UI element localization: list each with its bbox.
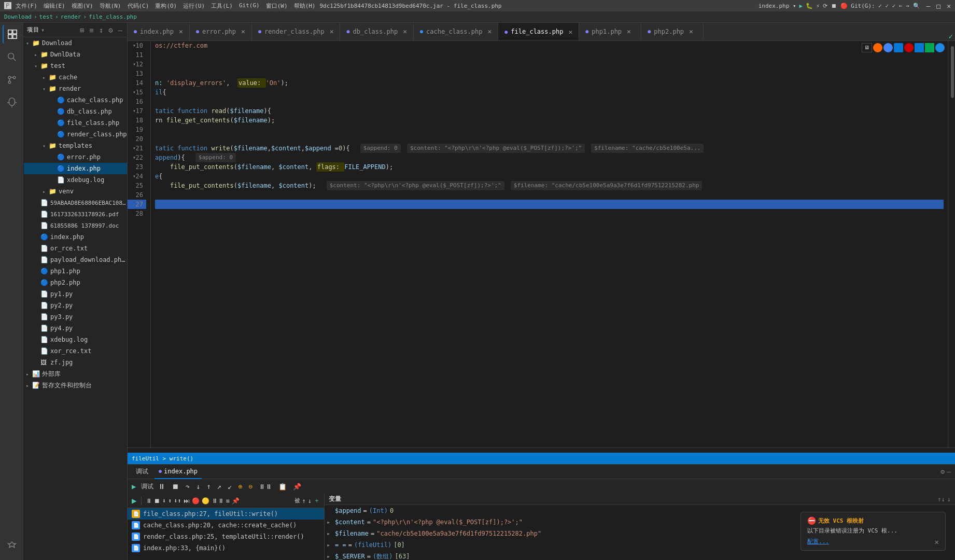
tab-close-index[interactable]: ✕ — [179, 27, 183, 35]
close-btn[interactable]: ✕ — [947, 2, 951, 10]
scrollbar-thumb[interactable] — [951, 46, 954, 98]
bc-download[interactable]: Download — [4, 13, 32, 20]
pin-btn[interactable]: 📌 — [293, 483, 301, 491]
toolbar-icon8[interactable]: ≡ — [226, 497, 230, 505]
maximize-btn[interactable]: □ — [936, 2, 940, 10]
tree-file-class[interactable]: 🔵 file_class.php — [24, 117, 127, 129]
tree-external[interactable]: ▸ 📊 外部库 — [24, 368, 127, 380]
tab-db-class[interactable]: ● db_class.php ✕ — [340, 23, 414, 40]
breakpoints-btn[interactable]: ⏸⏸ — [259, 483, 272, 491]
tab-close-render[interactable]: ✕ — [330, 27, 334, 35]
collapse-all-btn[interactable]: ≡ — [89, 26, 93, 34]
tree-or-rce[interactable]: 📄 or_rce.txt — [24, 243, 127, 254]
menu-file[interactable]: 文件(F) — [16, 2, 37, 10]
run-to-cursor-btn[interactable]: ↗ — [217, 482, 221, 491]
toolbar-icon4[interactable]: ⏭ — [184, 497, 190, 505]
extensions-icon[interactable] — [3, 537, 21, 556]
play-btn2[interactable]: ▶ — [132, 496, 137, 506]
tab-close-cache[interactable]: ✕ — [487, 27, 491, 35]
tab-close-error[interactable]: ✕ — [241, 27, 245, 35]
menu-edit[interactable]: 编辑(E) — [44, 2, 65, 10]
fold-icon[interactable]: ▾ — [128, 88, 136, 97]
up-arrow[interactable]: ↑ — [302, 497, 306, 505]
add-watch-btn[interactable]: ⊕ — [238, 483, 243, 491]
toolbar-icon9[interactable]: 📌 — [232, 497, 240, 505]
tree-py1[interactable]: 📄 py1.py — [24, 288, 127, 300]
tree-cache[interactable]: ▸ 📁 cache — [24, 72, 127, 83]
pause-btn[interactable]: ⏸ — [158, 482, 165, 491]
tab-error-php[interactable]: ● error.php ✕ — [190, 23, 252, 40]
tree-payload-dl[interactable]: 📄 payload_download.php.jpg — [24, 254, 127, 265]
tab-php1[interactable]: ● php1.php ✕ — [579, 23, 641, 40]
run-debug-btn[interactable]: ▶ — [132, 482, 136, 491]
step-btn2[interactable]: ⏸ — [146, 497, 152, 505]
toolbar-icon3[interactable]: ⬇⬆ — [174, 497, 181, 505]
settings-icon[interactable]: ⚙ — [940, 468, 945, 475]
menu-nav[interactable]: 导航(N) — [100, 2, 121, 10]
menu-tools[interactable]: 工具(L) — [211, 2, 233, 10]
tree-py2[interactable]: 📄 py2.py — [24, 300, 127, 311]
tab-render-class[interactable]: ● render_class.php ✕ — [252, 23, 340, 40]
debug-run-btn[interactable]: 🐛 — [806, 3, 813, 9]
debug-tab-debugger[interactable]: 调试 — [132, 465, 152, 479]
tab-close-db[interactable]: ✕ — [403, 27, 407, 35]
tab-file-class[interactable]: ● file_class.php ✕ — [498, 23, 579, 40]
step-out-btn[interactable]: ↑ — [206, 482, 210, 491]
menu-view[interactable]: 视图(V) — [72, 2, 93, 10]
step-into-btn[interactable]: ↓ — [196, 482, 200, 491]
frame-render-class[interactable]: 📄 render_class.php:25, templateUtil::ren… — [128, 531, 324, 542]
sidebar-chevron[interactable]: ▾ — [41, 26, 45, 34]
menu-git[interactable]: Git(G) — [239, 2, 260, 10]
frames-btn[interactable]: 📋 — [278, 483, 287, 491]
frame-file-class[interactable]: 📄 file_class.php:27, fileUtil::write() — [128, 508, 324, 520]
down-arrow[interactable]: ↓ — [308, 497, 312, 505]
run-config[interactable]: index.php ▾ — [759, 3, 796, 9]
tree-py4[interactable]: 📄 py4.py — [24, 323, 127, 334]
tree-misc1[interactable]: 📄 59ABAAD8E68806EBAC108B... — [24, 197, 127, 208]
vcs-close-btn[interactable]: ✕ — [935, 538, 939, 546]
tree-index-php[interactable]: 🔵 index.php — [24, 163, 127, 174]
tree-venv[interactable]: ▸ 📁 venv — [24, 186, 127, 197]
tree-cache-class[interactable]: 🔵 cache_class.php — [24, 94, 127, 106]
tree-templates[interactable]: ▾ 📁 templates — [24, 140, 127, 151]
tree-xor-rce[interactable]: 📄 xor_rce.txt — [24, 345, 127, 357]
tree-zfjpg[interactable]: 🖼 zf.jpg — [24, 357, 127, 368]
toolbar-icon6[interactable]: 🟡 — [202, 497, 209, 505]
menu-refactor[interactable]: 重构(O) — [155, 2, 177, 10]
tree-xdebug-root[interactable]: 📄 xdebug.log — [24, 334, 127, 345]
expand-all-btn[interactable]: ↕ — [99, 26, 103, 34]
tab-index-php[interactable]: ● index.php ✕ — [128, 23, 190, 40]
frame-index[interactable]: 📄 index.php:33, {main}() — [128, 542, 324, 554]
stop-btn[interactable]: ⏹ — [172, 482, 179, 491]
tree-php2[interactable]: 🔵 php2.php — [24, 277, 127, 288]
new-file-btn[interactable]: ⊞ — [80, 26, 84, 34]
tree-db-class[interactable]: 🔵 db_class.php — [24, 106, 127, 117]
tree-misc2[interactable]: 📄 1617332633178926.pdf — [24, 208, 127, 220]
vertical-scrollbar[interactable] — [948, 41, 955, 447]
frame-cache-class[interactable]: 📄 cache_class.php:20, cache::create_cach… — [128, 520, 324, 531]
toolbar-icon7[interactable]: ⏸⏸ — [212, 497, 224, 505]
tree-xdebug-log[interactable]: 📄 xdebug.log — [24, 174, 127, 186]
fold-icon[interactable]: ▾ — [128, 153, 136, 162]
tree-render-class[interactable]: 🔵 render_class.php — [24, 129, 127, 140]
vcs-configure-link[interactable]: 配置... — [807, 538, 829, 545]
tree-index-root[interactable]: 🔵 index.php — [24, 231, 127, 243]
tab-close-file[interactable]: ✕ — [568, 28, 572, 36]
tree-render[interactable]: ▾ 📁 render — [24, 83, 127, 94]
tree-php1[interactable]: 🔵 php1.php — [24, 265, 127, 277]
close-sidebar-btn[interactable]: — — [118, 26, 122, 34]
tree-misc3[interactable]: 📄 61855886 1378997.doc — [24, 220, 127, 231]
remove-watch-btn[interactable]: ⊖ — [248, 483, 252, 491]
var-sort-btn[interactable]: ↑↓ — [937, 496, 945, 503]
menu-code[interactable]: 代码(C) — [128, 2, 149, 10]
debug-icon[interactable] — [3, 93, 21, 112]
bc-test[interactable]: test — [39, 13, 53, 20]
tab-close-php2[interactable]: ✕ — [689, 27, 693, 35]
tree-download[interactable]: ▾ 📁 Download — [24, 37, 127, 49]
toolbar-icon1[interactable]: ⬇ — [162, 497, 166, 505]
bc-file[interactable]: file_class.php — [89, 13, 137, 20]
fold-icon[interactable]: ▾ — [128, 106, 136, 116]
run-to-line-btn[interactable]: ↙ — [228, 482, 232, 491]
menu-window[interactable]: 窗口(W) — [266, 2, 288, 10]
close-panel-icon[interactable]: — — [947, 468, 951, 475]
